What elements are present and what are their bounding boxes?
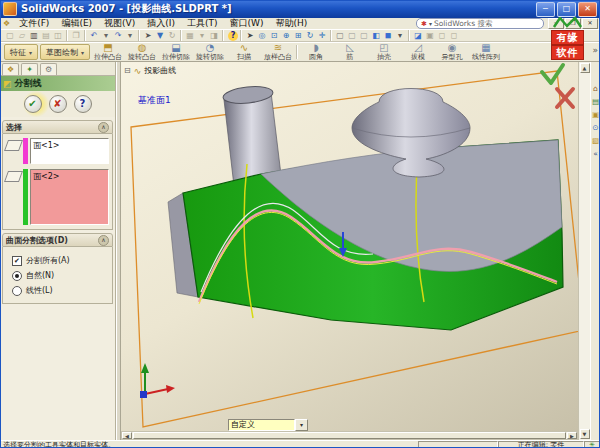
zoom-fit-icon[interactable]: ◎: [256, 30, 268, 41]
scroll-up-icon[interactable]: ▲: [580, 63, 590, 73]
menu-file[interactable]: 文件(F): [13, 18, 55, 29]
select-icon[interactable]: ➤: [142, 30, 154, 41]
tool-revolved-cut[interactable]: ◔旋转切除: [193, 43, 227, 61]
target-faces-field[interactable]: 面<2>: [30, 169, 109, 225]
view-combo-caret-icon[interactable]: ▾: [295, 419, 308, 431]
appearance-icon[interactable]: ◨: [208, 30, 220, 41]
section-view-icon[interactable]: ◪: [412, 30, 424, 41]
linear-option[interactable]: 线性(L): [12, 285, 109, 296]
horizontal-scroll-thumb[interactable]: [133, 432, 566, 439]
graphics-viewport[interactable]: ⊟ ∿ 投影曲线 基准面1: [121, 62, 578, 431]
redo-icon[interactable]: ↷: [112, 30, 124, 41]
selection-filter-icon[interactable]: ▼: [154, 30, 166, 41]
scroll-right-icon[interactable]: ▶: [567, 432, 577, 439]
undo-caret-icon[interactable]: ▾: [100, 30, 112, 41]
taskpane-file-explorer-icon[interactable]: ▣: [591, 110, 600, 120]
sketch-grid-icon[interactable]: ▦: [184, 30, 196, 41]
surface-split-options-header[interactable]: 曲面分割选项(D) ∧: [2, 233, 113, 247]
rebuild-icon[interactable]: ↻: [166, 30, 178, 41]
camera-views-icon[interactable]: ◻: [448, 30, 460, 41]
taskpane-search-icon[interactable]: ⊙: [591, 123, 600, 133]
tool-shell[interactable]: ◰抽壳: [367, 43, 401, 61]
view-combo-value[interactable]: 自定义: [228, 419, 295, 431]
tree-feature-label[interactable]: 投影曲线: [144, 65, 176, 76]
new-doc-icon[interactable]: ▢: [4, 30, 16, 41]
copy-icon[interactable]: ❐: [70, 30, 82, 41]
tool-linear-pattern[interactable]: ▦线性阵列: [469, 43, 503, 61]
menu-insert[interactable]: 插入(I): [141, 18, 181, 29]
natural-option[interactable]: 自然(N): [12, 270, 109, 281]
print-preview-icon[interactable]: ◫: [52, 30, 64, 41]
taskpane-collapse-icon[interactable]: «: [591, 149, 600, 159]
tree-collapse-icon[interactable]: ⊟: [124, 66, 131, 75]
tool-revolved-boss[interactable]: ◍旋转凸台: [125, 43, 159, 61]
toolbar-overflow-chevron[interactable]: »: [592, 45, 598, 55]
display-style-caret-icon[interactable]: ▾: [394, 30, 406, 41]
menu-window[interactable]: 窗口(W): [224, 18, 270, 29]
tool-rib[interactable]: ◺筋: [333, 43, 367, 61]
select-arrow-icon[interactable]: ➤: [244, 30, 256, 41]
cm-tab-sketch[interactable]: 草图绘制▾: [40, 44, 90, 60]
faces-to-split-field[interactable]: 面<1>: [30, 138, 109, 164]
search-caret-icon[interactable]: ▾: [429, 20, 432, 27]
tool-loft[interactable]: ≋放样凸台: [261, 43, 295, 61]
tool-extruded-boss[interactable]: ⬒拉伸凸台: [91, 43, 125, 61]
taskpane-design-library-icon[interactable]: ▤: [591, 97, 600, 107]
selection-group-header[interactable]: 选择 ∧: [2, 120, 113, 134]
scroll-left-icon[interactable]: ◀: [122, 432, 132, 439]
pan-icon[interactable]: ✛: [316, 30, 328, 41]
shaded-with-edges-icon[interactable]: ◧: [370, 30, 382, 41]
minimize-button[interactable]: ─: [536, 2, 555, 17]
maximize-button[interactable]: □: [557, 2, 576, 17]
close-button[interactable]: ✕: [578, 2, 597, 17]
collapse-chevron-icon[interactable]: ∧: [98, 122, 109, 133]
grid-caret-icon[interactable]: ▾: [196, 30, 208, 41]
standard-views-icon[interactable]: ◻: [436, 30, 448, 41]
shaded-view-icon[interactable]: ◼: [382, 30, 394, 41]
tool-sweep[interactable]: ∿扫描: [227, 43, 261, 61]
horizontal-scrollbar[interactable]: ◀ ▶: [121, 431, 578, 440]
zoom-window-icon[interactable]: ⊡: [268, 30, 280, 41]
menu-help[interactable]: 帮助(H): [269, 18, 313, 29]
hidden-lines-removed-icon[interactable]: ▢: [358, 30, 370, 41]
natural-radio[interactable]: [12, 271, 22, 281]
pm-tab-propertymanager[interactable]: ✦: [21, 63, 38, 75]
zoom-area-icon[interactable]: ⊞: [292, 30, 304, 41]
linear-radio[interactable]: [12, 286, 22, 296]
taskpane-custom-properties-icon[interactable]: ▧: [591, 136, 600, 146]
help-button[interactable]: ?: [74, 95, 92, 113]
view-orientation-combo[interactable]: 自定义 ▾: [228, 419, 308, 431]
tool-hole-wizard[interactable]: ◉异型孔: [435, 43, 469, 61]
undo-icon[interactable]: ↶: [88, 30, 100, 41]
tool-fillet[interactable]: ◗圆角: [299, 43, 333, 61]
pm-tab-featuremanager[interactable]: ❖: [2, 63, 19, 75]
pm-tab-configurationmanager[interactable]: ⚙: [40, 63, 57, 75]
hidden-lines-visible-icon[interactable]: ▢: [346, 30, 358, 41]
rotate-view-icon[interactable]: ↻: [304, 30, 316, 41]
menu-view[interactable]: 视图(V): [98, 18, 141, 29]
child-close-button[interactable]: ✕: [582, 18, 598, 29]
solidworks-search-box[interactable]: ✱ ▾ SolidWorks 搜索: [416, 18, 544, 29]
wireframe-view-icon[interactable]: ▢: [334, 30, 346, 41]
3d-model-canvas[interactable]: [121, 62, 578, 431]
split-all-option[interactable]: ✔ 分割所有(A): [12, 255, 109, 266]
menu-tools[interactable]: 工具(T): [181, 18, 224, 29]
cm-tab-features[interactable]: 特征▾: [4, 44, 38, 60]
viewport-feature-tree[interactable]: ⊟ ∿ 投影曲线: [124, 65, 176, 76]
open-icon[interactable]: ▱: [16, 30, 28, 41]
collapse-chevron-icon[interactable]: ∧: [98, 235, 109, 246]
view-orientation-icon[interactable]: ▣: [424, 30, 436, 41]
save-icon[interactable]: ▥: [28, 30, 40, 41]
print-icon[interactable]: ▤: [40, 30, 52, 41]
split-all-checkbox[interactable]: ✔: [12, 256, 22, 266]
redo-caret-icon[interactable]: ▾: [124, 30, 136, 41]
cancel-button[interactable]: ✘: [49, 95, 67, 113]
taskpane-resources-icon[interactable]: ⌂: [591, 84, 600, 94]
help-icon[interactable]: ?: [228, 31, 238, 41]
menu-edit[interactable]: 编辑(E): [55, 18, 98, 29]
confirm-ok-check[interactable]: [542, 65, 563, 83]
zoom-inout-icon[interactable]: ⊕: [280, 30, 292, 41]
tool-extruded-cut[interactable]: ⬓拉伸切除: [159, 43, 193, 61]
datum-plane-label[interactable]: 基准面1: [138, 94, 171, 107]
tool-draft[interactable]: ◿拔模: [401, 43, 435, 61]
